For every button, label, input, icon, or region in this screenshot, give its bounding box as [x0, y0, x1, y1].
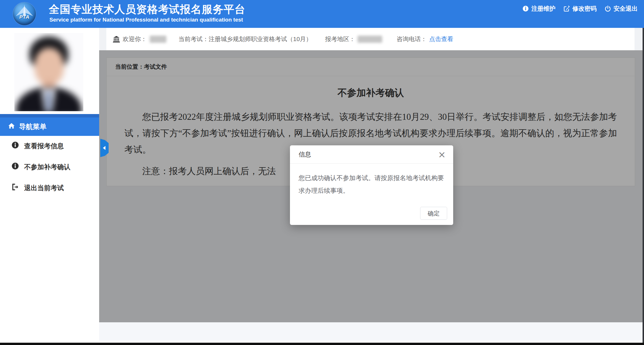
header-links: 注册维护 修改密码 安全退出 — [522, 0, 638, 17]
page-footer — [99, 322, 644, 343]
change-password-label: 修改密码 — [572, 5, 597, 13]
nav-menu-title: 导航菜单 — [19, 122, 47, 131]
institution-icon — [113, 36, 120, 43]
dialog-title: 信息 — [299, 150, 311, 159]
nav-top-strip — [0, 114, 99, 117]
close-icon[interactable]: × — [438, 150, 446, 159]
app-title: 全国专业技术人员资格考试报名服务平台 — [49, 2, 245, 17]
safe-logout-link[interactable]: 安全退出 — [605, 5, 638, 13]
sidebar-item-view-registration[interactable]: 查看报考信息 — [0, 139, 99, 153]
info-circle-icon — [11, 141, 19, 151]
nav-menu-header: 导航菜单 — [0, 117, 99, 136]
info-circle-icon — [522, 5, 529, 12]
change-password-link[interactable]: 修改密码 — [564, 5, 597, 13]
safe-logout-label: 安全退出 — [614, 5, 638, 13]
confirm-button[interactable]: 确定 — [420, 207, 447, 220]
sidebar-item-no-makeup-exam-confirm[interactable]: 不参加补考确认 — [0, 160, 99, 174]
app-header: PTA 全国专业技术人员资格考试报名服务平台 Service platform … — [0, 0, 644, 28]
sidebar-item-label: 退出当前考试 — [24, 184, 64, 192]
sidebar-item-exit-current-exam[interactable]: 退出当前考试 — [0, 181, 99, 195]
applicant-photo — [14, 33, 83, 111]
current-exam-label: 当前考试： — [178, 35, 209, 43]
pta-logo: PTA — [13, 2, 36, 25]
window-right-edge — [643, 28, 644, 345]
consult-phone-label: 咨询电话： — [397, 35, 427, 43]
welcome-bar: 欢迎你： 当前考试： 注册城乡规划师职业资格考试（10月） 报考地区： 咨询电话… — [106, 28, 635, 50]
sidebar-menu: 查看报考信息 不参加补考确认 退出当前考试 — [0, 139, 99, 202]
view-phone-link[interactable]: 点击查看 — [429, 35, 453, 43]
home-icon — [8, 122, 15, 131]
welcome-label: 欢迎你： — [123, 35, 147, 43]
window-bottom-edge — [0, 343, 644, 345]
dialog-header: 信息 × — [290, 145, 453, 164]
edit-icon — [564, 5, 570, 12]
sidebar-item-label: 查看报考信息 — [24, 142, 64, 151]
info-dialog: 信息 × 您已成功确认不参加考试。请按原报名地考试机构要求办理后续事项。 确定 — [290, 145, 453, 225]
power-icon — [605, 5, 611, 12]
dialog-message: 您已成功确认不参加考试。请按原报名地考试机构要求办理后续事项。 — [290, 164, 453, 197]
app-subtitle: Service platform for National Profession… — [49, 17, 243, 23]
chevron-left-icon — [103, 146, 105, 150]
current-exam-value: 注册城乡规划师职业资格考试（10月） — [209, 35, 312, 43]
applicant-name-redacted — [150, 36, 166, 43]
exam-region-redacted — [357, 36, 382, 43]
logout-icon — [11, 183, 19, 192]
sidebar: 导航菜单 查看报考信息 不参加补考确认 退出当前考试 — [0, 28, 99, 343]
logo-text: PTA — [13, 14, 36, 20]
dialog-footer: 确定 — [420, 207, 447, 220]
sidebar-item-label: 不参加补考确认 — [24, 163, 70, 171]
register-maintenance-label: 注册维护 — [531, 5, 555, 13]
info-circle-icon — [11, 162, 19, 171]
exam-region-label: 报考地区： — [325, 35, 355, 43]
register-maintenance-link[interactable]: 注册维护 — [522, 5, 555, 13]
